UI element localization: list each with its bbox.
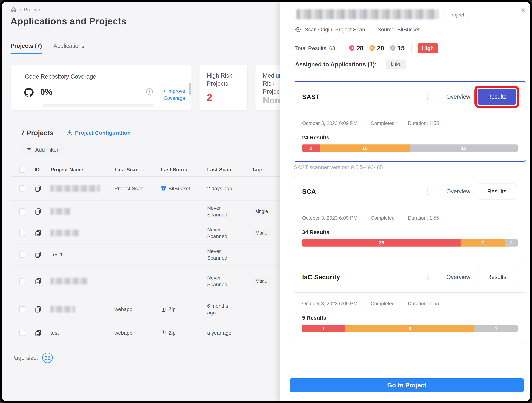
download-icon <box>66 130 73 136</box>
row-checkbox[interactable] <box>19 330 25 336</box>
col-header-id[interactable]: ID <box>35 167 51 173</box>
bar-segment-medium: 3 <box>345 325 475 332</box>
table-row[interactable]: Test1 Never Scanned <box>11 244 300 266</box>
copy-id-icon[interactable] <box>35 208 51 215</box>
add-filter-button[interactable]: Add Filter <box>21 144 64 155</box>
divider <box>437 267 437 287</box>
divider <box>295 38 528 38</box>
high-risk-count: 2 <box>207 92 212 103</box>
close-icon[interactable]: ✕ <box>520 6 526 14</box>
table-row[interactable]: webapp Zip 6 months ago <box>11 297 300 322</box>
page-title: Applications and Projects <box>11 16 127 26</box>
row-checkbox[interactable] <box>19 185 25 191</box>
scan-origin-icon <box>295 26 301 33</box>
coverage-progress-bar <box>43 104 154 107</box>
severity-medium: M 20 <box>369 45 384 52</box>
scan-origin-text: Scan Origin: Project Scan <box>305 26 365 33</box>
tab-bar: Projects (7) Applications <box>11 43 84 54</box>
svg-text:L: L <box>392 46 393 50</box>
table-row[interactable]: Project Scan BitBucket 2 days ago <box>11 177 300 201</box>
sast-results-button[interactable]: Results <box>478 89 516 105</box>
svg-text:M: M <box>371 46 374 50</box>
copy-id-icon[interactable] <box>35 306 51 313</box>
scanner-title-iac: IaC Security <box>302 273 419 281</box>
tag-chip: Mar... <box>252 277 271 286</box>
copy-id-icon[interactable] <box>35 329 51 337</box>
copy-id-icon[interactable] <box>35 229 51 237</box>
copy-id-icon[interactable] <box>35 185 51 192</box>
separator: │ <box>369 26 374 33</box>
scan-duration: Duration: 1:55 <box>408 215 439 221</box>
bar-segment-low: 1 <box>475 325 518 332</box>
sast-overview-button[interactable]: Overview <box>439 93 478 100</box>
severity-stacked-bar: 25 7 2 <box>302 239 518 247</box>
kebab-menu-icon[interactable]: ⋮ <box>419 273 436 281</box>
card-scrollbar[interactable] <box>189 83 191 95</box>
table-row[interactable]: Never Scanned Mar... <box>11 266 300 297</box>
row-checkbox[interactable] <box>19 252 25 258</box>
col-header-last-source[interactable]: Last Sourc... <box>161 167 207 173</box>
project-type-chip: Project <box>443 10 469 20</box>
sca-overview-button[interactable]: Overview <box>439 188 478 195</box>
col-header-project-name[interactable]: Project Name <box>51 167 114 173</box>
results-count-label: 24 Results <box>302 134 518 141</box>
assigned-applications-label: Assigned to Applications (1): <box>295 61 377 68</box>
projects-table: ID Project Name Last Scan ... Last Sourc… <box>11 163 300 344</box>
go-to-project-button[interactable]: Go to Project <box>290 378 524 392</box>
bar-segment-low: 2 <box>505 239 518 247</box>
breadcrumb-item-projects[interactable]: Projects <box>24 7 41 12</box>
table-row[interactable]: test webapp Zip a year ago <box>11 322 300 344</box>
sca-results-button[interactable]: Results <box>478 183 516 200</box>
kebab-menu-icon[interactable]: ⋮ <box>419 188 436 196</box>
iac-security-scanner-card: IaC Security ⋮ Overview Results October … <box>294 262 526 343</box>
results-count-label: 5 Results <box>302 315 518 321</box>
copy-id-icon[interactable] <box>35 251 51 258</box>
project-name[interactable]: test <box>51 330 114 336</box>
source-text: Source: BitBucket <box>378 26 419 33</box>
copy-id-icon[interactable] <box>35 277 51 285</box>
col-header-last-scan[interactable]: Last Scan <box>207 167 252 173</box>
severity-low: L 15 <box>389 45 405 52</box>
tab-projects[interactable]: Projects (7) <box>11 43 42 54</box>
redacted-project-name <box>51 230 79 236</box>
improve-coverage-link[interactable]: + Improve Coverage <box>152 88 185 102</box>
severity-high: H 28 <box>348 45 364 52</box>
tag-chip: single <box>252 207 272 216</box>
redacted-panel-title <box>296 9 439 19</box>
project-configuration-link[interactable]: Project Configuration <box>66 130 131 136</box>
bar-segment-medium: 7 <box>461 239 505 247</box>
breadcrumb-separator-icon: › <box>19 7 21 12</box>
app-window: › Projects Applications and Projects Pro… <box>2 2 530 401</box>
page-size-label: Page size: <box>11 355 38 361</box>
page-size-selector[interactable]: 25 <box>42 353 53 363</box>
high-risk-title: High Risk Projects <box>207 72 239 88</box>
scan-date: October 3, 2023 6:09 PM <box>302 301 357 306</box>
table-header-row: ID Project Name Last Scan ... Last Sourc… <box>11 163 300 177</box>
row-checkbox[interactable] <box>19 208 25 214</box>
project-name[interactable]: Test1 <box>51 252 114 258</box>
table-row[interactable]: Never Scanned Mar... <box>11 222 300 244</box>
row-checkbox[interactable] <box>19 230 25 236</box>
bar-segment-medium: 10 <box>320 144 410 152</box>
select-all-checkbox[interactable] <box>19 167 25 173</box>
scan-duration: Duration: 1:55 <box>408 301 439 306</box>
scanner-title-sast: SAST <box>302 93 419 101</box>
iac-overview-button[interactable]: Overview <box>439 274 478 280</box>
results-count-label: 34 Results <box>302 229 518 235</box>
row-checkbox[interactable] <box>19 306 25 312</box>
separator: │ <box>338 45 344 52</box>
row-checkbox[interactable] <box>19 278 25 284</box>
redacted-project-name <box>51 278 88 285</box>
kebab-menu-icon[interactable]: ⋮ <box>419 93 436 101</box>
table-row[interactable]: Never Scanned single <box>11 201 300 222</box>
application-chip[interactable]: kuku <box>386 59 406 69</box>
scan-status: Completed <box>371 120 395 126</box>
home-icon[interactable] <box>11 7 16 13</box>
tab-applications[interactable]: Applications <box>53 43 84 54</box>
risk-level-badge: High <box>418 43 438 53</box>
svg-text:H: H <box>351 46 353 50</box>
severity-stacked-bar: 1 3 1 <box>302 325 518 332</box>
coverage-card-title: Code Repository Coverage <box>25 73 96 80</box>
col-header-last-scan-origin[interactable]: Last Scan ... <box>114 167 161 173</box>
iac-results-button[interactable]: Results <box>478 269 516 285</box>
